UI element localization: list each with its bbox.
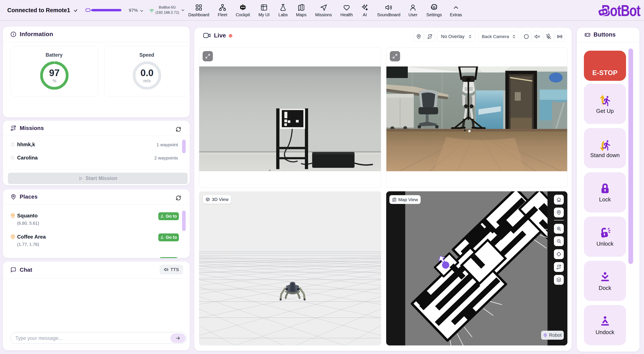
svg-text:97: 97 xyxy=(49,67,60,78)
svg-text:%: % xyxy=(52,78,56,83)
svg-text:m/s: m/s xyxy=(143,78,150,83)
svg-text:0.0: 0.0 xyxy=(140,67,154,78)
